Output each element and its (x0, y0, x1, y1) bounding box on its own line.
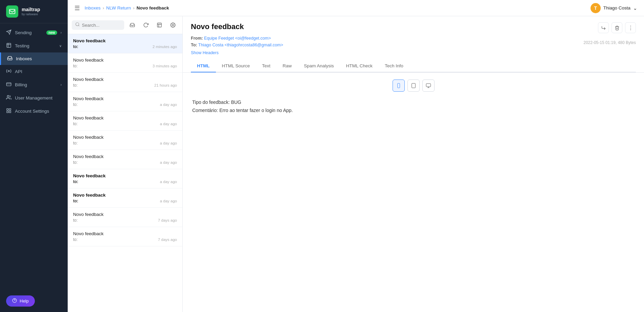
testing-label: Testing (15, 43, 56, 48)
inbox-icon-btn[interactable] (127, 20, 138, 30)
breadcrumb-inboxes[interactable]: Inboxes (85, 5, 101, 10)
detail-tabs: HTMLHTML SourceTextRawSpam AnalysisHTML … (191, 60, 636, 72)
email-list-item[interactable]: Novo feedback to: 21 hours ago (68, 73, 182, 92)
sidebar-item-user-management[interactable]: User Management (0, 91, 68, 105)
detail-timestamp: 2022-05-15 01:19, 480 Bytes (583, 40, 636, 45)
email-subject: Novo feedback (73, 38, 177, 43)
svg-rect-4 (7, 109, 8, 110)
breadcrumb-nlw[interactable]: NLW Return (106, 5, 131, 10)
show-headers-link[interactable]: Show Headers (191, 50, 219, 55)
detail-body: Tipo do feedback: BUG Comentário: Erro a… (183, 73, 644, 312)
email-time: 21 hours ago (154, 83, 177, 87)
email-to: to: (73, 121, 77, 126)
breadcrumb: Inboxes › NLW Return › Novo feedback (85, 5, 169, 10)
email-subject: Novo feedback (73, 154, 177, 159)
email-list-item[interactable]: Novo feedback to: 2 minutes ago (68, 34, 182, 53)
svg-point-0 (8, 70, 9, 72)
email-subject: Novo feedback (73, 115, 177, 120)
app-name: mailtrap (22, 7, 40, 12)
tab-html-check[interactable]: HTML Check (340, 60, 379, 72)
svg-rect-13 (397, 83, 400, 88)
sidebar-nav: Sending new › Testing ∨ Inboxes API (0, 23, 68, 290)
sidebar-bottom: Help (0, 290, 68, 312)
tab-text[interactable]: Text (256, 60, 276, 72)
sidebar-item-sending[interactable]: Sending new › (0, 26, 68, 39)
to-meta: To: Thiago Costa <thiagohrcosta86@gmail.… (191, 43, 283, 47)
filter-icon-btn[interactable] (154, 20, 165, 30)
email-list-item[interactable]: Novo feedback to: 7 days ago (68, 208, 182, 227)
menu-icon[interactable]: ☰ (74, 4, 80, 12)
svg-rect-11 (157, 23, 161, 27)
detail-meta-row: From: Equipe Feedget <oi@feedget.com> To… (191, 36, 636, 49)
more-options-button[interactable]: ⋮ (625, 22, 636, 33)
from-meta: From: Equipe Feedget <oi@feedget.com> (191, 36, 283, 41)
svg-rect-6 (7, 111, 8, 113)
breadcrumb-sep-2: › (133, 5, 135, 10)
search-icon (75, 22, 80, 28)
email-detail: Novo feedback ⋮ From: (183, 16, 644, 312)
refresh-icon-btn[interactable] (140, 20, 151, 30)
tab-raw[interactable]: Raw (276, 60, 298, 72)
api-icon (6, 68, 12, 75)
billing-icon (6, 82, 12, 88)
email-content: Tipo do feedback: BUG Comentário: Erro a… (191, 98, 636, 115)
from-label: From: (191, 36, 203, 41)
svg-point-9 (76, 23, 79, 26)
email-list-panel: Novo feedback to: 2 minutes ago Novo fee… (68, 16, 183, 312)
email-list-item[interactable]: Novo feedback to: a day ago (68, 131, 182, 150)
search-box (72, 20, 124, 30)
delete-button[interactable] (612, 22, 622, 33)
email-list-item[interactable]: Novo feedback to: a day ago (68, 188, 182, 208)
desktop-view-button[interactable] (422, 80, 435, 92)
sending-label: Sending (15, 30, 43, 35)
sending-badge: new (46, 30, 57, 35)
email-subject: Novo feedback (73, 58, 177, 63)
help-icon (12, 298, 17, 304)
tab-spam-analysis[interactable]: Spam Analysis (298, 60, 340, 72)
svg-rect-7 (9, 111, 11, 113)
sidebar-item-testing[interactable]: Testing ∨ (0, 39, 68, 52)
app-sub: by railsware (22, 13, 40, 16)
to-label: To: (191, 43, 197, 47)
email-to: to: (73, 102, 77, 107)
email-list-item[interactable]: Novo feedback to: a day ago (68, 111, 182, 131)
email-to: to: (73, 179, 78, 184)
tab-tech-info[interactable]: Tech Info (379, 60, 409, 72)
tab-html[interactable]: HTML (191, 60, 216, 72)
email-list-item[interactable]: Novo feedback to: a day ago (68, 150, 182, 169)
tab-html-source[interactable]: HTML Source (216, 60, 256, 72)
content: Novo feedback to: 2 minutes ago Novo fee… (68, 16, 644, 312)
send-icon (6, 29, 12, 36)
logo-icon (6, 5, 18, 18)
email-list-item[interactable]: Novo feedback to: a day ago (68, 92, 182, 111)
search-input[interactable] (82, 23, 121, 28)
svg-rect-17 (426, 84, 430, 87)
email-time: a day ago (160, 199, 177, 203)
email-subject: Novo feedback (73, 193, 177, 198)
forward-button[interactable] (598, 22, 609, 33)
mobile-view-button[interactable] (393, 80, 405, 92)
tablet-view-button[interactable] (407, 80, 420, 92)
testing-icon (6, 43, 12, 49)
help-button[interactable]: Help (6, 295, 35, 307)
to-value: Thiago Costa <thiagohrcosta86@gmail.com> (198, 43, 283, 47)
email-time: a day ago (160, 141, 177, 145)
sidebar-item-account-settings[interactable]: Account Settings (0, 105, 68, 118)
sidebar-item-inboxes[interactable]: Inboxes (0, 52, 68, 65)
sidebar-item-api[interactable]: API (0, 65, 68, 78)
svg-rect-5 (9, 109, 11, 110)
breadcrumb-sep-1: › (103, 5, 104, 10)
email-list-item[interactable]: Novo feedback to: 7 days ago (68, 227, 182, 246)
settings-icon-btn[interactable] (168, 20, 178, 30)
email-subject: Novo feedback (73, 96, 177, 101)
email-to: to: (73, 199, 78, 203)
user-menu-button[interactable]: T Thiago Costa ⌄ (591, 3, 637, 13)
detail-title-row: Novo feedback ⋮ (191, 22, 636, 33)
svg-point-3 (7, 95, 9, 97)
sidebar-item-billing[interactable]: Billing › (0, 78, 68, 91)
billing-label: Billing (15, 82, 57, 87)
email-list-item[interactable]: Novo feedback to: a day ago (68, 169, 182, 188)
email-list-item[interactable]: Novo feedback to: 3 minutes ago (68, 53, 182, 73)
email-to: to: (73, 218, 77, 223)
email-subject: Novo feedback (73, 135, 177, 140)
